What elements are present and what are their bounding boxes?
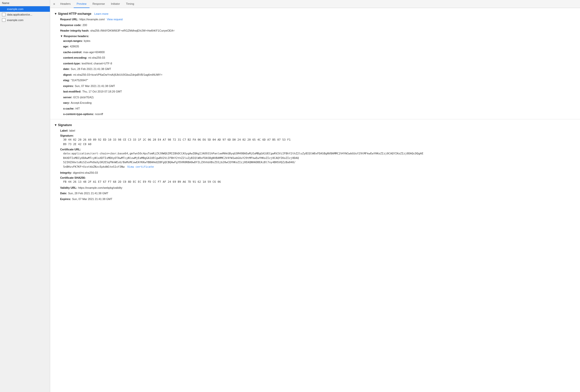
sidebar: Name example.com data:application/ce... …	[0, 0, 50, 392]
cert-url-line2: B4XDTIxMDIyODAwMTcyNloXDTIxMDUyOTAwMTcyN…	[60, 156, 576, 160]
sig-label-label: Label:	[60, 129, 68, 133]
response-header-value: Sun, 07 Mar 2021 21:41:38 GMT	[75, 84, 115, 88]
response-header-label: date:	[63, 67, 70, 71]
response-header-row: x-content-type-options: nosniff	[57, 111, 576, 117]
sig-signature-line2: B9 73 2E 42 C0 A0	[60, 142, 576, 147]
response-header-value: Thu, 17 Oct 2019 07:18:26 GMT	[82, 89, 122, 94]
sidebar-item-data-app[interactable]: data:application/ce...	[0, 12, 50, 17]
signed-http-header[interactable]: ▼ Signed HTTP exchange Learn more	[54, 10, 576, 17]
cert-url-line4: 5nBHzvFK7KF+VzxtkbZNzcEpkdW1teS1vY3Nw Vi…	[60, 165, 576, 169]
integrity-value: digest/mi-sha256-03	[73, 171, 98, 175]
response-header-label: server:	[63, 95, 72, 100]
response-header-label: x-cache:	[63, 107, 74, 111]
response-header-row: content-type: text/html; charset=UTF-8	[57, 61, 576, 66]
request-url-row: Request URL: https://example.com/ View r…	[54, 17, 576, 22]
cert-sha256-value: FB 44 26 13 48 2F A1 E7 67 F7 68 2D C0 8…	[60, 180, 576, 184]
response-header-value: mi-sha256-03=kcwVP6aOwYmA/j9JbUU0GbuiZdn…	[73, 73, 162, 77]
response-header-value: 428635	[70, 44, 79, 49]
validity-url-value: https://example.com/webpkg/validity	[78, 186, 122, 190]
response-header-row: date: Sun, 28 Feb 2021 21:41:38 GMT	[57, 66, 576, 72]
tab-headers[interactable]: Headers	[57, 0, 74, 8]
response-header-value: HIT	[75, 107, 80, 111]
file-icon	[2, 7, 6, 11]
sig-date-row: Date: Sun, 28 Feb 2021 21:41:38 GMT	[54, 190, 576, 196]
response-header-row: cache-control: max-age=604800	[57, 49, 576, 55]
sig-date-value: Sun, 28 Feb 2021 21:41:38 GMT	[68, 191, 109, 195]
response-header-row: server: ECS (dcb/7EA2)	[57, 94, 576, 100]
signed-http-title: ▼ Signed HTTP exchange	[54, 12, 91, 16]
response-header-value: Accept-Encoding	[71, 101, 91, 105]
cert-url-line1: data:application/cert-chain+cbor;base64,…	[60, 151, 576, 156]
response-header-label: age:	[63, 44, 69, 49]
view-request-link[interactable]: View request	[107, 17, 123, 22]
integrity-label: Integrity:	[60, 171, 72, 175]
response-header-row: etag: "3147526947"	[57, 77, 576, 83]
response-code-label: Response code:	[60, 23, 81, 27]
sidebar-item-example-com-1[interactable]: example.com	[0, 6, 50, 12]
main-panel: × Headers Preview Response Initiator Tim…	[50, 0, 580, 392]
sig-label-row: Label: label	[54, 128, 576, 134]
response-code-value: 200	[82, 23, 87, 27]
response-header-row: accept-ranges: bytes	[57, 38, 576, 44]
sig-signature-label: Signature:	[60, 134, 576, 137]
response-header-value: nosniff	[95, 112, 103, 116]
sig-expires-label: Expires:	[60, 197, 71, 201]
response-headers-title[interactable]: ▼ Response headers:	[57, 34, 576, 38]
signature-header[interactable]: ▼ Signature	[54, 121, 576, 128]
learn-more-link[interactable]: Learn more	[94, 12, 108, 15]
response-headers-section: ▼ Response headers: accept-ranges: bytes…	[57, 34, 576, 117]
sidebar-item-example-com-2[interactable]: example.com	[0, 17, 50, 23]
response-header-row: last-modified: Thu, 17 Oct 2019 07:18:26…	[57, 89, 576, 94]
sig-signature-line1: 30 44 02 20 26 A9 89 92 ED 10 33 98 CE C…	[60, 138, 576, 142]
response-header-value: "3147526947"	[71, 78, 88, 82]
cert-sha256-label: Certificate SHA256:	[60, 176, 576, 179]
content-area: ▼ Signed HTTP exchange Learn more Reques…	[50, 8, 580, 392]
cert-url-row: Certificate URL: data:application/cert-c…	[54, 147, 576, 170]
tab-response[interactable]: Response	[89, 0, 108, 8]
response-header-value: ECS (dcb/7EA2)	[73, 95, 94, 100]
header-integrity-row: Header integrity hash: sha256-/IWdYDKW66…	[54, 28, 576, 34]
validity-url-row: Validity URL: https://example.com/webpkg…	[54, 185, 576, 191]
response-header-row: x-cache: HIT	[57, 106, 576, 112]
response-header-row: digest: mi-sha256-03=kcwVP6aOwYmA/j9JbUU…	[57, 72, 576, 78]
file-icon	[2, 18, 6, 22]
response-header-row: vary: Accept-Encoding	[57, 100, 576, 106]
response-header-label: cache-control:	[63, 50, 82, 54]
response-header-value: max-age=604800	[83, 50, 105, 54]
signature-title: ▼ Signature	[54, 123, 72, 127]
cert-sha256-row: Certificate SHA256: FB 44 26 13 48 2F A1…	[54, 175, 576, 185]
response-header-label: x-content-type-options:	[63, 112, 94, 116]
response-header-label: content-encoding:	[63, 56, 87, 60]
response-header-label: etag:	[63, 78, 70, 82]
sidebar-item-label: example.com	[7, 19, 23, 22]
close-button[interactable]: ×	[51, 2, 57, 6]
tab-initiator[interactable]: Initiator	[108, 0, 123, 8]
response-header-label: content-type:	[63, 61, 81, 66]
validity-url-label: Validity URL:	[60, 186, 77, 190]
tab-preview[interactable]: Preview	[74, 0, 89, 8]
response-header-value: mi-sha256-03	[88, 56, 105, 60]
response-header-value: Sun, 28 Feb 2021 21:41:38 GMT	[71, 67, 111, 71]
sidebar-header: Name	[0, 0, 50, 6]
response-header-label: digest:	[63, 73, 72, 77]
sig-signature-row: Signature: 30 44 02 20 26 A9 89 92 ED 10…	[54, 133, 576, 147]
sig-expires-row: Expires: Sun, 07 Mar 2021 21:41:38 GMT	[54, 196, 576, 202]
response-header-label: last-modified:	[63, 89, 81, 94]
request-url-label: Request URL:	[60, 17, 78, 22]
response-header-label: vary:	[63, 101, 70, 105]
response-header-row: expires: Sun, 07 Mar 2021 21:41:38 GMT	[57, 83, 576, 89]
signature-section: ▼ Signature Label: label Signature: 30 4…	[50, 119, 580, 204]
tab-bar: × Headers Preview Response Initiator Tim…	[50, 0, 580, 8]
sig-label-value: label	[69, 129, 75, 133]
response-header-value: bytes	[84, 39, 90, 43]
sidebar-item-label: example.com	[7, 8, 23, 11]
response-header-value: text/html; charset=UTF-8	[82, 61, 112, 66]
sidebar-item-label: data:application/ce...	[7, 13, 32, 16]
view-certificate-link[interactable]: View certificate	[127, 165, 154, 168]
response-header-row: age: 428635	[57, 44, 576, 49]
cert-url-line3: 52IHZXAxtuNiSZvoPk0aXySR2ESqFNnWEuU/BaMs…	[60, 160, 576, 165]
sig-date-label: Date:	[60, 191, 67, 195]
tab-timing[interactable]: Timing	[123, 0, 137, 8]
response-code-row: Response code: 200	[54, 22, 576, 28]
header-integrity-label: Header integrity hash:	[60, 29, 89, 33]
